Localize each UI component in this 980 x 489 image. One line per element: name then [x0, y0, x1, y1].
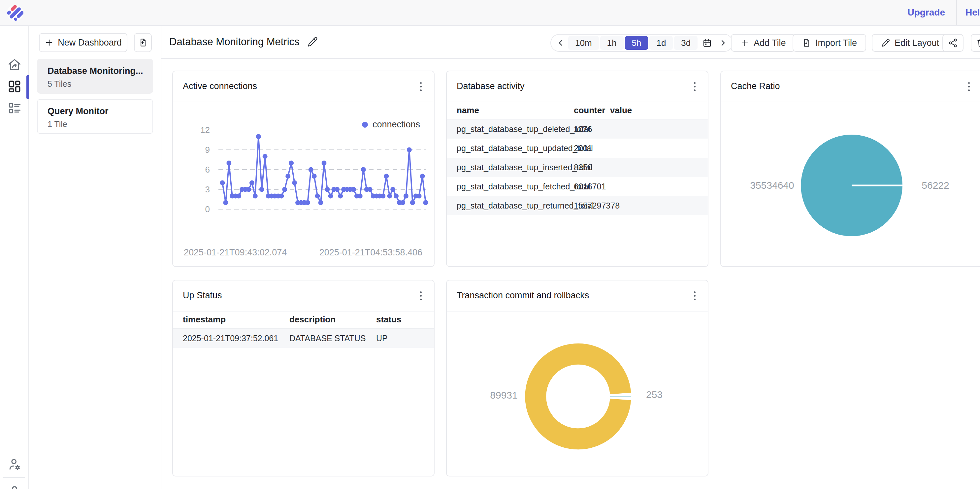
user-settings-icon[interactable] [7, 457, 22, 472]
svg-text:3: 3 [205, 185, 210, 194]
connections-line-chart: 129630 [193, 121, 427, 233]
upgrade-link[interactable]: Upgrade [907, 0, 945, 25]
tile-transaction-commit-rollbacks: Transaction commit and rollbacks 89931 2… [446, 280, 708, 476]
help-link[interactable]: Help [966, 0, 980, 25]
dashboard-list-item[interactable]: Database Monitoring...5 Tiles [37, 59, 153, 94]
logs-list-icon[interactable] [7, 101, 22, 115]
import-file-icon [802, 38, 811, 48]
table-cell: 2025-01-21T09:37:52.061 [183, 329, 278, 348]
tile-menu-button[interactable] [690, 80, 699, 93]
table-cell: pg_stat_database_tup_deleted_total [457, 119, 590, 139]
tile-header: Transaction commit and rollbacks [447, 280, 708, 312]
active-nav-accent [26, 75, 29, 99]
table-row: 2025-01-21T09:37:52.061DATABASE STATUSUP [173, 329, 434, 348]
signoz-logo[interactable] [6, 4, 24, 21]
column-header: timestamp [183, 311, 226, 328]
tile-title: Active connections [183, 71, 257, 101]
new-dashboard-label: New Dashboard [58, 38, 122, 48]
dashboard-item-subtitle: 1 Tile [48, 119, 146, 129]
table-row: pg_stat_database_tup_fetched_total601670… [447, 177, 708, 196]
time-range-picker: 10m1h5h1d3d [550, 34, 733, 52]
time-range-option-5h[interactable]: 5h [625, 36, 648, 50]
rail-divider [3, 477, 25, 478]
tile-menu-button[interactable] [416, 289, 425, 302]
user-icon[interactable] [7, 484, 22, 489]
tile-title: Database activity [457, 71, 525, 101]
time-range-prev-button[interactable] [554, 36, 567, 50]
dashboards-grid-icon[interactable] [7, 79, 22, 94]
tile-active-connections: Active connections connections 129630 20… [172, 71, 434, 267]
tile-header: Database activity [447, 71, 708, 102]
time-range-option-1h[interactable]: 1h [600, 36, 624, 50]
edit-title-pencil-icon[interactable] [307, 36, 318, 48]
table-row: pg_stat_database_tup_returned_total15572… [447, 196, 708, 215]
home-icon[interactable] [7, 57, 22, 72]
app-root: Upgrade Help [0, 0, 980, 489]
share-icon [948, 38, 958, 48]
table-cell: pg_stat_database_tup_inserted_total [457, 158, 592, 177]
import-tile-button[interactable]: Import Tile [792, 34, 866, 52]
tile-cache-ratio: Cache Ratio 35534640 56222 [720, 71, 980, 267]
chevron-right-icon [718, 38, 727, 48]
donut-slice-label-major: 89931 [481, 390, 527, 401]
tile-database-activity: Database activity namecounter_value pg_s… [446, 71, 708, 267]
tile-menu-button[interactable] [416, 80, 425, 93]
pie-slice-label-minor: 56222 [917, 180, 954, 191]
dashboard-list-item[interactable]: Query Monitor1 Tile [37, 99, 153, 134]
dashboard-item-subtitle: 5 Tiles [48, 79, 146, 89]
table-cell: pg_stat_database_tup_fetched_total [457, 177, 590, 196]
tile-title: Up Status [183, 280, 222, 310]
table-cell: 1557297378 [574, 196, 620, 215]
page-title: Database Monitoring Metrics [169, 36, 300, 48]
tile-menu-button[interactable] [690, 289, 699, 302]
share-button[interactable] [942, 34, 964, 52]
donut-slice-label-minor: 253 [640, 389, 669, 400]
dashboard-item-title: Query Monitor [48, 106, 146, 116]
edit-layout-button[interactable]: Edit Layout [872, 34, 948, 52]
table-cell: UP [376, 329, 388, 348]
new-dashboard-button[interactable]: New Dashboard [39, 33, 127, 52]
table-cell: 2001 [574, 139, 592, 158]
tile-header: Active connections [173, 71, 434, 102]
table-header-row: timestampdescriptionstatus [173, 311, 434, 329]
table-cell: pg_stat_database_tup_returned_total [457, 196, 594, 215]
calendar-button[interactable] [699, 36, 715, 50]
chevron-left-icon [556, 38, 565, 48]
x-axis-label-start: 2025-01-21T09:43:02.074 [184, 247, 287, 258]
time-range-next-button[interactable] [717, 36, 729, 50]
tile-title: Cache Ratio [731, 71, 780, 101]
svg-text:6: 6 [205, 165, 210, 175]
time-range-option-10m[interactable]: 10m [568, 36, 599, 50]
table-header-row: namecounter_value [447, 102, 708, 119]
column-header: name [457, 102, 479, 119]
table-cell: 6016701 [574, 177, 606, 196]
table-body: 2025-01-21T09:37:52.061DATABASE STATUSUP [173, 329, 434, 348]
column-header: description [290, 311, 336, 328]
tile-header: Cache Ratio [721, 71, 980, 102]
table-body: pg_stat_database_tup_deleted_total1076pg… [447, 119, 708, 215]
table-row: pg_stat_database_tup_updated_total2001 [447, 139, 708, 158]
content-header: Database Monitoring Metrics 10m1h5h1d3d [161, 26, 980, 59]
edit-layout-label: Edit Layout [894, 38, 939, 48]
delete-dashboard-button[interactable] [971, 34, 980, 52]
import-dashboard-button[interactable] [134, 33, 152, 52]
table-cell: 1076 [574, 119, 592, 139]
time-range-option-1d[interactable]: 1d [649, 36, 673, 50]
column-header: status [376, 311, 402, 328]
column-header: counter_value [574, 102, 632, 119]
tile-menu-button[interactable] [964, 80, 974, 93]
plus-icon [45, 38, 54, 47]
tile-up-status: Up Status timestampdescriptionstatus 202… [172, 280, 434, 476]
table-row: pg_stat_database_tup_deleted_total1076 [447, 119, 708, 139]
tile-title: Transaction commit and rollbacks [457, 280, 589, 310]
top-header: Upgrade Help [0, 0, 980, 26]
time-range-options: 10m1h5h1d3d [568, 36, 698, 50]
dashboard-list: Database Monitoring...5 TilesQuery Monit… [37, 59, 153, 139]
add-tile-button[interactable]: Add Tile [731, 34, 795, 52]
svg-text:0: 0 [205, 204, 210, 214]
table-row: pg_stat_database_tup_inserted_total8350 [447, 158, 708, 177]
svg-text:12: 12 [200, 125, 210, 135]
time-range-option-3d[interactable]: 3d [674, 36, 698, 50]
add-tile-label: Add Tile [754, 38, 786, 48]
x-axis-label-end: 2025-01-21T04:53:58.406 [320, 247, 422, 258]
